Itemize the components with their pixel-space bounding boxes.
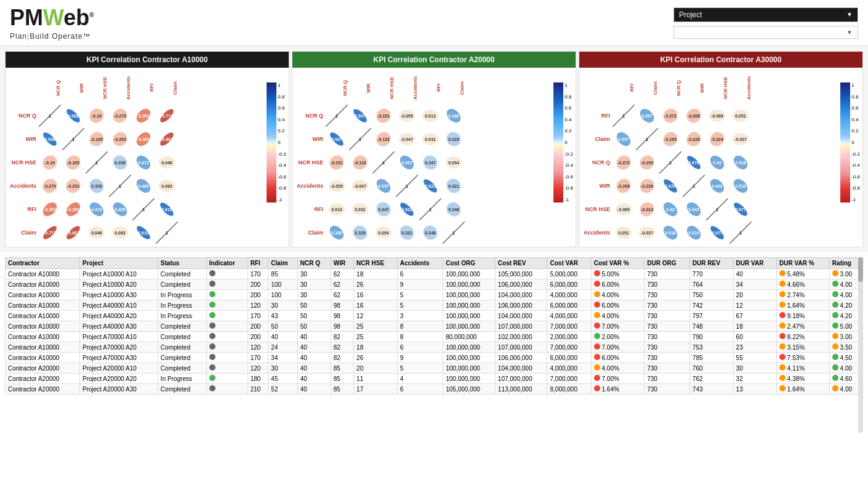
table-cell: 106,000,000 <box>495 279 547 290</box>
table-cell: 13 <box>733 384 777 395</box>
logo-area: PMWeb® Plan|Build Operate™ <box>10 5 133 41</box>
row-label: Accidents <box>295 174 326 198</box>
cvar-dot <box>594 364 600 371</box>
table-cell: 82 <box>331 332 353 342</box>
svg-text:-0.069: -0.069 <box>711 114 723 118</box>
matrix-cell: -0.208 <box>683 104 706 127</box>
col-label: NCR Q <box>326 70 349 104</box>
matrix-table: NCR QWIRNCR HSEAccidentsRFIClaimNCR Q 1 … <box>295 70 466 244</box>
svg-text:0.443: 0.443 <box>712 184 723 188</box>
table-cell: 85 <box>331 363 353 374</box>
table-cell: 785 <box>689 353 733 363</box>
rating-dot <box>832 354 838 360</box>
svg-text:-0.365: -0.365 <box>137 137 150 142</box>
table-cell: 6 <box>397 342 443 353</box>
matrix-cell: 0.046 <box>86 221 109 244</box>
rating-dot <box>832 291 838 297</box>
rating-dot <box>832 343 838 350</box>
matrix-cell-diag: 1 <box>683 174 706 198</box>
table-cell: 50 <box>297 321 331 332</box>
table-cell: 24 <box>268 342 297 353</box>
table-cell: 4.66% <box>777 279 830 290</box>
scrollbar-thumb[interactable] <box>858 257 863 282</box>
dvar-dot <box>779 323 786 329</box>
svg-text:0.557: 0.557 <box>378 184 389 188</box>
table-cell: 1.64% <box>777 300 830 311</box>
table-cell: 16 <box>354 300 398 311</box>
matrix-table: NCR QWIRNCR HSEAccidentsRFIClaimNCR Q 1 … <box>8 70 179 244</box>
matrix-cell: -0.069 <box>706 104 729 127</box>
project-input[interactable] <box>679 10 846 19</box>
table-cell: 770 <box>689 269 733 279</box>
svg-text:0.405: 0.405 <box>138 184 149 188</box>
table-cell: Contractor A10000 <box>6 332 80 342</box>
table-cell: 730 <box>645 384 690 395</box>
all-dropdown[interactable]: ▼ <box>673 26 858 39</box>
cvar-dot <box>594 270 600 276</box>
svg-text:-0.228: -0.228 <box>641 184 653 188</box>
table-header-cost-org: Cost ORG <box>443 258 496 269</box>
matrix-cell-diag: 1 <box>132 198 156 221</box>
svg-text:0.978: 0.978 <box>688 161 699 165</box>
corr-panel-A10000: KPI Correlation Contractor A10000NCR QWI… <box>5 51 289 247</box>
corr-panel-A30000: KPI Correlation Contractor A30000RFIClai… <box>579 51 863 247</box>
row-label: Accidents <box>582 221 613 244</box>
table-row: Contractor A10000Project A40000 A20In Pr… <box>6 311 863 321</box>
table-cell: 7.00% <box>591 321 645 332</box>
matrix-cell: -0.272 <box>613 151 636 174</box>
matrix-cell: -0.208 <box>613 174 636 198</box>
matrix-cell: 0.083 <box>109 221 132 244</box>
table-cell: Contractor A10000 <box>6 269 80 279</box>
matrix-cell: -0.279 <box>109 104 132 127</box>
matrix-cell: 0.348 <box>419 221 443 244</box>
scrollbar[interactable] <box>858 257 863 433</box>
table-cell: 50 <box>268 321 297 332</box>
project-dropdown[interactable]: ▼ <box>673 7 858 22</box>
table-cell: 100,000,000 <box>443 363 496 374</box>
matrix-cell: 0.978 <box>683 151 706 174</box>
table-cell: 43 <box>268 311 297 321</box>
table-cell: 730 <box>645 321 690 332</box>
row-label: WIR <box>582 174 613 198</box>
table-cell: 45 <box>268 374 297 384</box>
table-cell <box>206 374 247 384</box>
table-cell: 7,000,000 <box>547 321 591 332</box>
svg-text:-0.132: -0.132 <box>354 161 366 165</box>
matrix-cell: 0.329 <box>349 221 372 244</box>
matrix-cell: 0.051 <box>729 104 753 127</box>
matrix-cell: 0.997 <box>349 104 372 127</box>
matrix-cell: -0.047 <box>349 174 372 198</box>
svg-text:-0.807: -0.807 <box>67 231 79 235</box>
matrix-cell: 0.557 <box>636 104 659 127</box>
svg-text:-0.055: -0.055 <box>331 184 343 188</box>
table-cell: 98 <box>331 311 353 321</box>
table-cell: 16 <box>354 290 398 300</box>
table-cell: Contractor A10000 <box>6 279 80 290</box>
matrix-cell: 0.623 <box>419 174 443 198</box>
table-cell: 6.00% <box>591 353 645 363</box>
col-label: Accidents <box>109 70 132 104</box>
table-cell: 6,000,000 <box>547 300 591 311</box>
svg-text:-0.132: -0.132 <box>377 137 390 142</box>
row-label: NCR HSE <box>295 151 326 174</box>
matrix-cell: 0.998 <box>39 127 62 151</box>
svg-text:-0.165: -0.165 <box>90 137 103 142</box>
dvar-dot <box>779 312 786 318</box>
status-dot <box>209 354 215 360</box>
legend-labels: 1 0.8 0.6 0.4 0.2 0 -0.2 -0.4 -0.6 -0.8 … <box>565 82 573 202</box>
matrix-cell: 0.386 <box>443 104 466 127</box>
matrix-cell-diag: 1 <box>372 151 396 174</box>
svg-text:1: 1 <box>716 207 719 212</box>
col-label: RFI <box>613 70 636 104</box>
table-cell: 30 <box>268 300 297 311</box>
matrix-cell: 0.054 <box>443 151 466 174</box>
table-header-dur-rev: DUR REV <box>689 258 733 269</box>
matrix-cell: 0.013 <box>326 198 349 221</box>
svg-text:0.329: 0.329 <box>355 231 366 235</box>
status-dot <box>209 323 215 329</box>
status-dot <box>209 364 215 371</box>
table-scroll-area[interactable]: ContractorProjectStatusIndicatorRFIClaim… <box>5 257 863 433</box>
table-cell: 7,000,000 <box>547 374 591 384</box>
svg-text:0.977: 0.977 <box>712 231 723 235</box>
svg-text:0.997: 0.997 <box>355 114 366 118</box>
